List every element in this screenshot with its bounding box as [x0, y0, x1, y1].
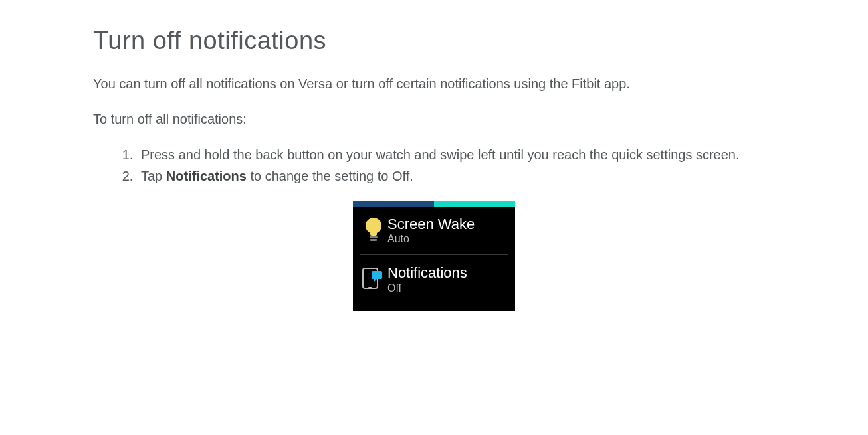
step-1: Press and hold the back button on your w…: [137, 144, 775, 165]
watch-row-screen-wake-title: Screen Wake: [387, 216, 507, 232]
instruction-lead: To turn off all notifications:: [93, 109, 775, 130]
step-2: Tap Notifications to change the setting …: [137, 165, 775, 187]
lightbulb-icon: [365, 218, 382, 243]
watch-row-notifications: Notifications Off: [353, 255, 515, 303]
watch-row-screen-wake-sub: Auto: [387, 233, 507, 245]
watch-progress-right: [434, 201, 515, 207]
page-heading: Turn off notifications: [93, 27, 775, 55]
step-2-bold: Notifications: [166, 169, 247, 183]
watch-progress-left: [353, 201, 434, 207]
watch-quick-settings-screenshot: Screen Wake Auto Notifications Off: [353, 201, 515, 311]
intro-paragraph: You can turn off all notifications on Ve…: [93, 74, 775, 94]
step-2-post: to change the setting to Off.: [247, 169, 413, 183]
step-2-pre: Tap: [141, 169, 166, 183]
watch-progress-bar: [353, 201, 515, 207]
watch-row-notifications-title: Notifications: [387, 264, 507, 281]
watch-row-notifications-sub: Off: [387, 282, 507, 294]
watch-row-screen-wake: Screen Wake Auto: [353, 207, 515, 254]
phone-notification-icon: [362, 268, 385, 290]
instruction-steps: Press and hold the back button on your w…: [93, 144, 775, 187]
